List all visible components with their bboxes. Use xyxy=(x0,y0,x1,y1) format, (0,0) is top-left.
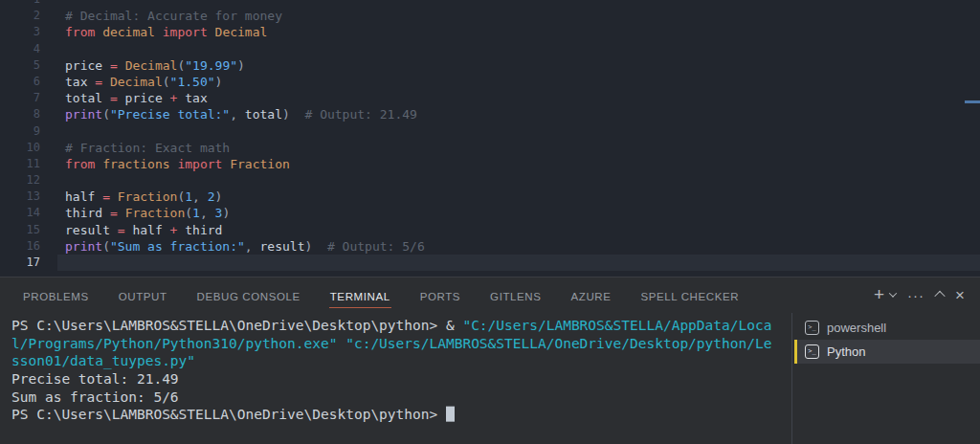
terminal-icon: >_ xyxy=(805,344,819,359)
terminal-icon: >_ xyxy=(805,321,819,335)
overview-ruler-marker xyxy=(965,100,980,103)
active-terminal-indicator xyxy=(794,340,797,364)
code-line-content: result = half + third xyxy=(65,222,980,238)
terminal-cursor xyxy=(446,407,455,422)
terminal-line: PS C:\Users\LAMBROS&STELLA\OneDrive\Desk… xyxy=(11,317,789,335)
terminal-line: PS C:\Users\LAMBROS&STELLA\OneDrive\Desk… xyxy=(11,406,789,424)
code-line-content: print("Sum as fraction:", result) # Outp… xyxy=(65,238,980,255)
terminal-line: l/Programs/Python/Python310/python.exe" … xyxy=(11,334,789,352)
line-number: 7 xyxy=(0,90,40,106)
code-line-content: tax = Decimal("1.50") xyxy=(65,74,980,90)
line-number: 11 xyxy=(0,156,40,172)
more-actions-icon[interactable]: ··· xyxy=(907,288,924,302)
code-line-7[interactable]: 7total = price + tax xyxy=(0,90,980,106)
code-line-content: total = price + tax xyxy=(65,90,980,106)
line-number: 10 xyxy=(0,140,40,156)
line-number: 12 xyxy=(0,172,40,189)
line-number: 5 xyxy=(0,57,40,74)
line-number: 15 xyxy=(0,222,40,238)
code-line-content: third = Fraction(1, 3) xyxy=(65,205,980,221)
line-number: 4 xyxy=(0,41,40,57)
code-line-content: price = Decimal("19.99") xyxy=(65,57,980,74)
maximize-panel-icon[interactable] xyxy=(936,291,944,299)
terminal-instance-list: >_powershell>_Python xyxy=(794,316,980,364)
terminal-list-item-label: powershell xyxy=(827,321,886,335)
panel-tab-debug-console[interactable]: DEBUG CONSOLE xyxy=(196,281,301,308)
code-line-6[interactable]: 6tax = Decimal("1.50") xyxy=(0,74,980,90)
close-panel-icon[interactable]: × xyxy=(955,287,965,303)
code-line-10[interactable]: 10# Fraction: Exact math xyxy=(0,140,980,156)
code-line-17[interactable]: 17 xyxy=(0,255,980,271)
code-line-content xyxy=(65,123,980,140)
code-line-content xyxy=(65,255,980,271)
code-line-content: print("Precise total:", total) # Output:… xyxy=(65,106,980,122)
panel-tab-terminal[interactable]: TERMINAL xyxy=(329,281,391,308)
line-number: 3 xyxy=(0,24,40,40)
bottom-panel: PROBLEMSOUTPUTDEBUG CONSOLETERMINALPORTS… xyxy=(0,277,980,444)
code-line-content: from decimal import Decimal xyxy=(65,24,980,40)
terminal-list-item-python[interactable]: >_Python xyxy=(794,340,980,364)
code-line-content xyxy=(65,172,980,189)
code-lines: 12# Decimal: Accurate for money3from dec… xyxy=(0,0,980,271)
line-number: 6 xyxy=(0,74,40,90)
line-number: 17 xyxy=(0,255,40,271)
code-line-content xyxy=(65,41,980,57)
terminal-line: Sum as fraction: 5/6 xyxy=(11,388,789,406)
code-line-9[interactable]: 9 xyxy=(0,123,980,140)
code-line-content: from fractions import Fraction xyxy=(65,156,980,172)
line-number: 13 xyxy=(0,189,40,205)
terminal-line: sson01/data_tuypes.py" xyxy=(11,352,789,370)
code-line-14[interactable]: 14third = Fraction(1, 3) xyxy=(0,205,980,221)
code-line-4[interactable]: 4 xyxy=(0,41,980,57)
panel-tab-azure[interactable]: AZURE xyxy=(570,281,612,308)
panel-tab-ports[interactable]: PORTS xyxy=(419,281,461,308)
panel-tab-spell-checker[interactable]: SPELL CHECKER xyxy=(640,281,741,308)
code-line-content: # Fraction: Exact math xyxy=(65,140,980,156)
code-line-13[interactable]: 13half = Fraction(1, 2) xyxy=(0,189,980,205)
new-terminal-icon[interactable]: + xyxy=(874,285,884,303)
terminal-list-item-label: Python xyxy=(827,344,865,359)
line-number: 8 xyxy=(0,106,40,122)
code-editor[interactable]: 12# Decimal: Accurate for money3from dec… xyxy=(0,0,980,277)
code-line-3[interactable]: 3from decimal import Decimal xyxy=(0,24,980,40)
code-line-15[interactable]: 15result = half + third xyxy=(0,222,980,238)
terminal-line: Precise total: 21.49 xyxy=(11,370,789,388)
code-line-content: half = Fraction(1, 2) xyxy=(65,189,980,205)
panel-tab-bar: PROBLEMSOUTPUTDEBUG CONSOLETERMINALPORTS… xyxy=(22,278,768,312)
line-number: 1 xyxy=(0,0,40,8)
panel-actions: +···× xyxy=(862,278,965,312)
code-line-1[interactable]: 1 xyxy=(0,0,980,8)
panel-tab-output[interactable]: OUTPUT xyxy=(118,281,168,308)
code-line-2[interactable]: 2# Decimal: Accurate for money xyxy=(0,8,980,24)
terminal-list-item-powershell[interactable]: >_powershell xyxy=(794,316,980,340)
line-number: 14 xyxy=(0,205,40,221)
terminal-output[interactable]: PS C:\Users\LAMBROS&STELLA\OneDrive\Desk… xyxy=(11,317,789,424)
line-number: 16 xyxy=(0,238,40,255)
line-number: 2 xyxy=(0,8,40,24)
code-line-8[interactable]: 8print("Precise total:", total) # Output… xyxy=(0,106,980,122)
panel-tab-gitlens[interactable]: GITLENS xyxy=(489,281,542,308)
code-line-5[interactable]: 5price = Decimal("19.99") xyxy=(0,57,980,74)
code-line-content: # Decimal: Accurate for money xyxy=(65,8,980,24)
terminal-sidebar-sash[interactable] xyxy=(791,313,792,444)
code-line-11[interactable]: 11from fractions import Fraction xyxy=(0,156,980,172)
code-line-content xyxy=(65,0,980,8)
panel-tab-problems[interactable]: PROBLEMS xyxy=(22,281,90,308)
code-line-12[interactable]: 12 xyxy=(0,172,980,189)
code-line-16[interactable]: 16print("Sum as fraction:", result) # Ou… xyxy=(0,238,980,255)
line-number: 9 xyxy=(0,123,40,140)
